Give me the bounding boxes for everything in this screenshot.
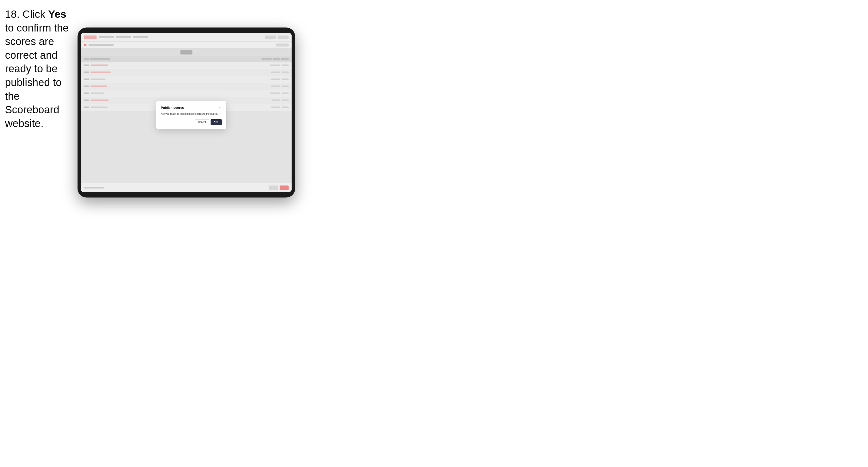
modal-header: Publish scores ×	[161, 105, 222, 110]
yes-button[interactable]: Yes	[211, 119, 222, 125]
modal-title: Publish scores	[161, 106, 184, 110]
modal-footer: Cancel Yes	[161, 119, 222, 125]
instruction-suffix: to confirm the scores are correct and re…	[5, 22, 68, 129]
tablet-device: Publish scores × Are you ready to publis…	[78, 28, 295, 197]
modal-overlay: Publish scores × Are you ready to publis…	[81, 33, 291, 192]
step-number: 18.	[5, 8, 20, 20]
yes-bold-text: Yes	[48, 8, 66, 20]
cancel-button[interactable]: Cancel	[195, 119, 209, 125]
tablet-screen: Publish scores × Are you ready to publis…	[81, 33, 291, 192]
screen-content: Publish scores × Are you ready to publis…	[81, 33, 291, 192]
modal-dialog: Publish scores × Are you ready to publis…	[156, 101, 226, 129]
modal-close-button[interactable]: ×	[218, 105, 222, 110]
instruction-prefix: Click	[23, 8, 48, 20]
instruction-text: 18. Click Yes to confirm the scores are …	[5, 7, 75, 130]
modal-body-text: Are you ready to publish these scores to…	[161, 112, 222, 116]
